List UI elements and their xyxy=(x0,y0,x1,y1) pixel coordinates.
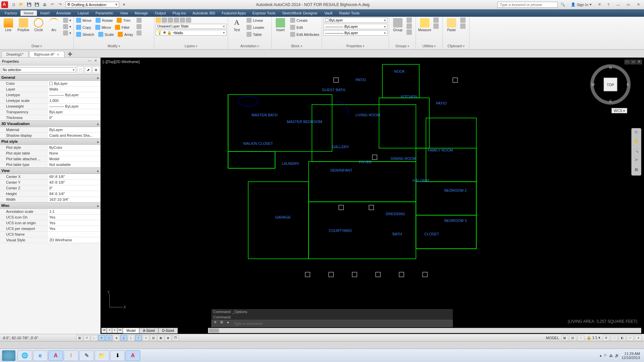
copy-button[interactable]: Copy xyxy=(75,24,92,30)
draw-extra2[interactable]: ▾ xyxy=(62,24,72,29)
layer-ico4[interactable] xyxy=(174,17,179,23)
stretch-button[interactable]: Stretch xyxy=(75,32,95,37)
model-space-button[interactable]: MODEL xyxy=(544,336,560,340)
horizontal-scrollbar[interactable] xyxy=(208,328,641,333)
prop-row[interactable]: LayerWalls xyxy=(0,86,100,92)
wcs-badge[interactable]: WCS ▾ xyxy=(611,108,627,113)
tab-insert[interactable]: Insert xyxy=(37,10,53,16)
help-icon[interactable]: ? xyxy=(605,1,612,8)
text-button[interactable]: AText xyxy=(229,17,244,33)
props-autohide-icon[interactable]: — xyxy=(87,59,92,64)
tab-a360[interactable]: Autodesk 360 xyxy=(189,10,218,16)
annoscale-toggle[interactable]: ⟐ xyxy=(578,335,584,341)
tab-home[interactable]: Home xyxy=(20,10,37,16)
util-ico2[interactable] xyxy=(433,23,439,29)
tab-manage[interactable]: Manage xyxy=(131,10,151,16)
taskbar-app5[interactable]: ✎ xyxy=(79,350,94,361)
prop-row[interactable]: TransparencyByLayer xyxy=(0,109,100,115)
panel-properties-label[interactable]: Properties xyxy=(323,44,387,49)
pickadd-icon[interactable]: ⊕ xyxy=(93,66,99,73)
taskbar-autocad[interactable]: A xyxy=(48,350,63,361)
sb-ico7[interactable]: ▾ xyxy=(635,335,642,341)
prop-value[interactable]: ByLayer xyxy=(47,109,100,115)
steering-wheel-icon[interactable]: ◎ xyxy=(633,130,640,136)
panel-modify-label[interactable]: Modify xyxy=(75,44,153,49)
qat-save-icon[interactable]: 💾 xyxy=(25,1,33,8)
prop-row[interactable]: Thickness0" xyxy=(0,115,100,121)
prop-value[interactable]: 2D Wireframe xyxy=(47,237,100,243)
modify-ico1[interactable] xyxy=(136,17,143,23)
line-button[interactable]: Line xyxy=(1,17,15,33)
file-tab-drawing1[interactable]: Drawing1* xyxy=(1,51,29,57)
prop-row[interactable]: Center Z0" xyxy=(0,185,100,191)
am-toggle[interactable]: 🗔 xyxy=(172,335,179,341)
layer-ico2[interactable] xyxy=(162,17,167,23)
leader-button[interactable]: Leader xyxy=(246,24,265,30)
sc-toggle[interactable]: ◉ xyxy=(165,335,171,341)
prop-value[interactable]: ByLayer xyxy=(47,81,100,86)
prop-row[interactable]: Plot table typeNot available xyxy=(0,162,100,168)
prop-value[interactable]: 0" xyxy=(47,185,100,191)
sb-ico6[interactable]: ⤢ xyxy=(627,335,634,341)
qat-redo-icon[interactable]: ↷ xyxy=(56,1,64,8)
linear-dim-button[interactable]: Linear xyxy=(246,17,265,23)
pan-icon[interactable]: ✋ xyxy=(633,139,640,146)
tab-factory[interactable]: Factory xyxy=(1,10,20,16)
color-dropdown[interactable]: ByLayer xyxy=(323,17,387,23)
selection-dropdown[interactable]: No selection xyxy=(1,67,76,72)
prop-value[interactable]: 0" xyxy=(47,115,100,120)
prop-section[interactable]: 3D Visualization xyxy=(0,121,100,127)
prop-row[interactable]: UCS icon at originYes xyxy=(0,220,100,226)
tab-express-tools[interactable]: Express Tools xyxy=(249,10,279,16)
prop-row[interactable]: Center Y43'-8 1/8" xyxy=(0,180,100,185)
prop-value[interactable]: 1:1 xyxy=(47,209,100,214)
annotation-scale[interactable]: 🔒 1:1 ▾ xyxy=(585,336,602,340)
cmd-close-icon[interactable]: ✕ xyxy=(212,320,218,327)
new-tab-button[interactable]: ➕ xyxy=(65,51,75,57)
modify-ico2[interactable] xyxy=(136,24,143,29)
mirror-button[interactable]: Mirror xyxy=(94,24,112,30)
clip-ico2[interactable] xyxy=(460,23,466,29)
showmotion-icon[interactable]: ▦ xyxy=(633,167,640,174)
lineweight-dropdown[interactable]: ————— ByLayer xyxy=(323,24,387,29)
close-button[interactable]: ✕ xyxy=(634,1,643,8)
prop-row[interactable]: Plot table attached ...Model xyxy=(0,156,100,162)
clip-ico1[interactable] xyxy=(460,17,466,23)
group-ico2[interactable] xyxy=(407,23,412,29)
exchange-icon[interactable]: ✕ xyxy=(596,1,603,8)
system-clock[interactable]: 11:29 AM12/10/2013 xyxy=(622,352,642,360)
model-tab[interactable]: Model xyxy=(123,328,139,334)
layer-ico5[interactable] xyxy=(180,17,185,23)
prop-value[interactable]: 163'-10 3/4" xyxy=(47,197,100,202)
prop-value[interactable]: ByLayer xyxy=(47,127,100,132)
autocad-logo[interactable] xyxy=(1,1,8,8)
prop-section[interactable]: General xyxy=(0,74,100,81)
draw-extra1[interactable]: ▾ xyxy=(62,17,72,23)
tab-raster[interactable]: Raster Tools xyxy=(336,10,363,16)
prop-row[interactable]: Lineweight———— ByLayer xyxy=(0,104,100,109)
prop-row[interactable]: UCS icon OnYes xyxy=(0,215,100,220)
prop-section[interactable]: Misc xyxy=(0,202,100,209)
dyn-toggle[interactable]: + xyxy=(135,335,142,341)
props-close-icon[interactable]: ✕ xyxy=(93,59,98,64)
sb-ico1[interactable]: ▦ xyxy=(561,335,568,341)
snap-toggle[interactable]: ▦ xyxy=(76,335,83,341)
tab-parametric[interactable]: Parametric xyxy=(92,10,117,16)
tray-network-icon[interactable]: 🖧 xyxy=(609,354,613,358)
taskbar-app7[interactable]: ⬇ xyxy=(110,350,125,361)
qp-toggle[interactable]: ▣ xyxy=(157,335,164,341)
sb-ico5[interactable]: ◧ xyxy=(619,335,626,341)
taskbar-inventor[interactable]: I xyxy=(64,350,78,361)
taskbar-explorer[interactable]: 📁 xyxy=(95,350,109,361)
trim-button[interactable]: Trim xyxy=(116,17,131,23)
tab-annotate[interactable]: Annotate xyxy=(53,10,74,16)
circle-button[interactable]: Circle xyxy=(32,17,46,33)
grid-toggle[interactable]: # xyxy=(84,335,90,341)
taskbar-app1[interactable]: 🌐 xyxy=(17,350,32,361)
help-search-input[interactable] xyxy=(497,2,558,8)
tab-nav-next[interactable]: ▸ xyxy=(112,328,117,333)
prop-value[interactable]: None xyxy=(47,150,100,156)
prop-value[interactable]: Casts and Receives Sha... xyxy=(47,133,100,138)
sb-ico2[interactable]: ▤ xyxy=(570,335,576,341)
prop-value[interactable]: Yes xyxy=(47,226,100,231)
